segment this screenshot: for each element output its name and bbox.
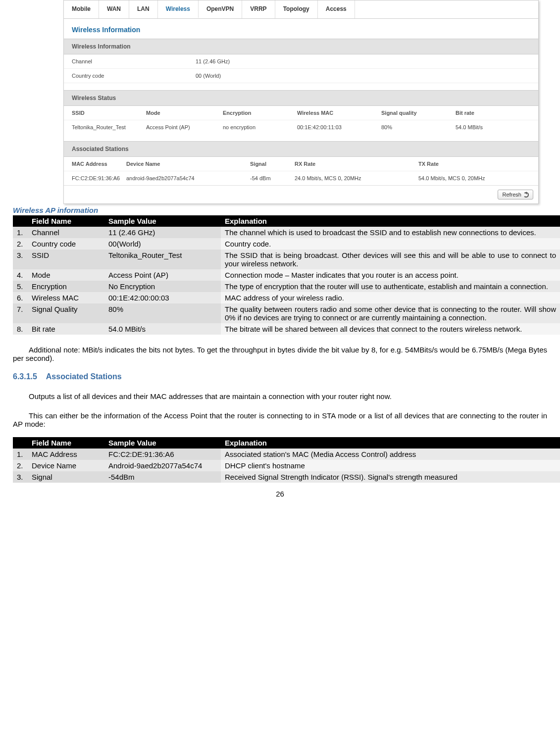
- table-cell: Associated station's MAC (Media Access C…: [221, 449, 560, 460]
- router-admin-screenshot: Mobile WAN LAN Wireless OpenVPN VRRP Top…: [63, 0, 539, 204]
- th-num: [13, 215, 28, 227]
- th2-num: [13, 437, 28, 449]
- label-channel: Channel: [72, 58, 196, 64]
- th2-explanation: Explanation: [221, 437, 560, 449]
- val-signal: -54 dBm: [250, 175, 295, 181]
- val-wireless-mac: 00:1E:42:00:11:03: [297, 124, 381, 130]
- label-country: Country code: [72, 73, 196, 79]
- val-encryption: no encryption: [223, 124, 297, 130]
- heading-associated-stations: 6.3.1.5 Associated Stations: [13, 372, 547, 381]
- table-row: 1.MAC AddressFC:C2:DE:91:36:A6Associated…: [13, 449, 560, 460]
- table-cell: Channel: [28, 227, 104, 238]
- val-rx-rate: 24.0 Mbit/s, MCS 0, 20MHz: [295, 175, 418, 181]
- refresh-label: Refresh: [502, 192, 521, 198]
- info-row-country: Country code 00 (World): [64, 69, 538, 83]
- table-cell: MAC Address: [28, 449, 104, 460]
- table-cell: 8.: [13, 323, 28, 335]
- hdr-mac: MAC Address: [72, 161, 126, 167]
- th-field-name: Field Name: [28, 215, 104, 227]
- info-row-channel: Channel 11 (2.46 GHz): [64, 54, 538, 69]
- val-mac: FC:C2:DE:91:36:A6: [72, 175, 126, 181]
- tab-bar: Mobile WAN LAN Wireless OpenVPN VRRP Top…: [64, 0, 538, 19]
- table-cell: The quality between routers radio and so…: [221, 303, 560, 323]
- table-cell: The bitrate will be shared between all d…: [221, 323, 560, 335]
- table-cell: 6.: [13, 292, 28, 303]
- table-cell: MAC address of your wireless radio.: [221, 292, 560, 303]
- panel-title: Wireless Information: [64, 19, 538, 39]
- assoc-data-row: FC:C2:DE:91:36:A6 android-9aed2b2077a54c…: [64, 171, 538, 185]
- table-wireless-ap-info: Field Name Sample Value Explanation 1.Ch…: [13, 215, 560, 335]
- table-cell: Received Signal Strength Indicator (RSSI…: [221, 471, 560, 483]
- table-cell: Country code: [28, 238, 104, 250]
- table-row: 2.Country code00(World)Country code.: [13, 238, 560, 250]
- hdr-signal: Signal: [250, 161, 295, 167]
- val-tx-rate: 54.0 Mbit/s, MCS 0, 20MHz: [418, 175, 517, 181]
- para-associated-1: Outputs a list of all devices and their …: [13, 392, 547, 400]
- table-cell: 3.: [13, 250, 28, 269]
- table-row: 7.Signal Quality80%The quality between r…: [13, 303, 560, 323]
- tab-wan[interactable]: WAN: [99, 0, 129, 18]
- table-cell: 3.: [13, 471, 28, 483]
- th2-sample-value: Sample Value: [104, 437, 221, 449]
- section-wireless-information: Wireless Information: [64, 39, 538, 54]
- page-number: 26: [0, 490, 560, 501]
- table-cell: 80%: [104, 303, 221, 323]
- hdr-device-name: Device Name: [126, 161, 250, 167]
- tab-wireless[interactable]: Wireless: [158, 0, 199, 18]
- th-explanation: Explanation: [221, 215, 560, 227]
- table-cell: SSID: [28, 250, 104, 269]
- table-cell: 00(World): [104, 238, 221, 250]
- table-cell: 4.: [13, 269, 28, 281]
- tab-mobile[interactable]: Mobile: [64, 0, 99, 18]
- value-country: 00 (World): [196, 73, 530, 79]
- table-cell: Connection mode – Master indicates that …: [221, 269, 560, 281]
- table-cell: DHCP client's hostname: [221, 460, 560, 471]
- table-row: 2.Device NameAndroid-9aed2b2077a54c74DHC…: [13, 460, 560, 471]
- table-cell: Device Name: [28, 460, 104, 471]
- assoc-header-row: MAC Address Device Name Signal RX Rate T…: [64, 157, 538, 171]
- refresh-button[interactable]: Refresh: [498, 190, 533, 200]
- hdr-wireless-mac: Wireless MAC: [297, 110, 381, 116]
- table-row: 3.SSIDTeltonika_Router_TestThe SSID that…: [13, 250, 560, 269]
- table-row: 5.EncryptionNo EncryptionThe type of enc…: [13, 281, 560, 292]
- tab-vrrp[interactable]: VRRP: [242, 0, 275, 18]
- heading-number: 6.3.1.5: [13, 372, 37, 381]
- tab-access[interactable]: Access: [318, 0, 355, 18]
- table-cell: Bit rate: [28, 323, 104, 335]
- table-row: 1.Channel11 (2.46 GHz)The channel which …: [13, 227, 560, 238]
- hdr-tx-rate: TX Rate: [418, 161, 517, 167]
- table-cell: 2.: [13, 238, 28, 250]
- tab-topology[interactable]: Topology: [275, 0, 318, 18]
- table-row: 6.Wireless MAC00:1E:42:00:00:03MAC addre…: [13, 292, 560, 303]
- table-cell: The type of encryption that the router w…: [221, 281, 560, 292]
- val-bit-rate: 54.0 MBit/s: [456, 124, 520, 130]
- table-cell: 2.: [13, 460, 28, 471]
- table-cell: 54.0 MBit/s: [104, 323, 221, 335]
- refresh-icon: [523, 192, 529, 198]
- hdr-rx-rate: RX Rate: [295, 161, 418, 167]
- status-header-row: SSID Mode Encryption Wireless MAC Signal…: [64, 106, 538, 120]
- tab-openvpn[interactable]: OpenVPN: [199, 0, 242, 18]
- val-ssid: Teltonika_Router_Test: [72, 124, 146, 130]
- status-data-row: Teltonika_Router_Test Access Point (AP) …: [64, 120, 538, 134]
- hdr-encryption: Encryption: [223, 110, 297, 116]
- tab-lan[interactable]: LAN: [129, 0, 158, 18]
- th2-field-name: Field Name: [28, 437, 104, 449]
- table-cell: Signal Quality: [28, 303, 104, 323]
- hdr-mode: Mode: [146, 110, 223, 116]
- heading-text: Associated Stations: [46, 372, 122, 381]
- table-cell: 1.: [13, 449, 28, 460]
- table-cell: Access Point (AP): [104, 269, 221, 281]
- table-row: 3.Signal-54dBmReceived Signal Strength I…: [13, 471, 560, 483]
- table-row: 8.Bit rate54.0 MBit/sThe bitrate will be…: [13, 323, 560, 335]
- table-cell: Country code.: [221, 238, 560, 250]
- table-cell: -54dBm: [104, 471, 221, 483]
- val-device-name: android-9aed2b2077a54c74: [126, 175, 250, 181]
- hdr-signal-quality: Signal quality: [381, 110, 456, 116]
- table-cell: 11 (2.46 GHz): [104, 227, 221, 238]
- note-paragraph: Additional note: MBit/s indicates the bi…: [13, 346, 547, 362]
- table-cell: Signal: [28, 471, 104, 483]
- val-mode: Access Point (AP): [146, 124, 223, 130]
- table-cell: No Encryption: [104, 281, 221, 292]
- para-associated-2: This can either be the information of th…: [13, 411, 547, 428]
